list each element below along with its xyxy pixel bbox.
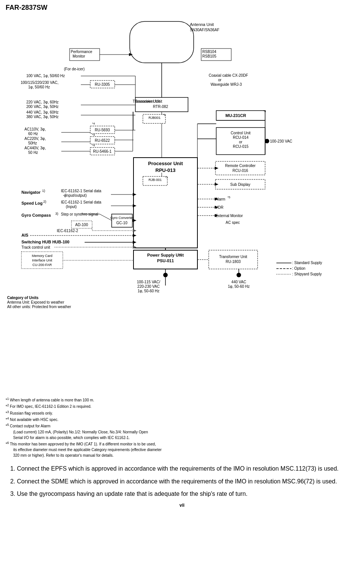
svg-text:: Standard Supply: : Standard Supply [292,261,322,265]
svg-text:440 VAC, 3φ, 60Hz: 440 VAC, 3φ, 60Hz [26,110,59,114]
svg-text:220 VAC, 3φ, 60Hz: 220 VAC, 3φ, 60Hz [26,100,59,104]
svg-text:(For de-icer): (For de-icer) [64,67,85,71]
svg-text:3): 3) [55,212,58,216]
svg-text:1φ, 50-60 Hz: 1φ, 50-60 Hz [138,289,159,293]
svg-text:Coaxial cable CX-20DF: Coaxial cable CX-20DF [209,73,248,77]
svg-text:Speed Log: Speed Log [21,201,42,205]
svg-text:1φ, 50-60 Hz: 1φ, 50-60 Hz [228,284,250,289]
svg-text:AC110V, 3φ,: AC110V, 3φ, [24,127,46,131]
svg-text:Track control unit: Track control unit [21,245,50,249]
svg-text:RJB-001: RJB-001 [149,178,162,182]
svg-text:SN30AF/SN36AF: SN30AF/SN36AF [190,28,219,32]
svg-text:AD-100: AD-100 [75,223,88,227]
svg-text:RU-5693: RU-5693 [95,128,110,132]
svg-text:*3: *3 [179,253,182,256]
svg-text:Switching HUB HUB-100: Switching HUB HUB-100 [21,240,70,244]
page-number: vii [6,503,358,508]
svg-text:100-115 VAC/: 100-115 VAC/ [137,280,160,284]
svg-text:RTR-082: RTR-082 [153,105,168,109]
svg-text:*1: *1 [165,176,168,179]
svg-text:2): 2) [43,200,46,204]
footnote-4: *4 Not available with HSC spec. [6,416,358,422]
svg-text:Antenna Unit: Exposed to weath: Antenna Unit: Exposed to weather [7,300,64,304]
svg-text:Gyro Compass: Gyro Compass [21,213,51,217]
footnote-5a: (Load current) 120 mA, (Polarity) No.1/2… [6,429,358,435]
svg-line-128 [100,214,112,220]
svg-text:*4: *4 [92,144,95,147]
svg-text:220-230 VAC: 220-230 VAC [137,284,159,289]
svg-text:1φ, 50/60 Hz: 1φ, 50/60 Hz [28,85,50,89]
footnote-5: *5 Contact output for Alarm [6,422,358,429]
svg-text:Interface  Unit: Interface Unit [32,258,52,262]
svg-text:Gyro Converter: Gyro Converter [110,216,133,220]
svg-text:RSB105: RSB105 [202,54,217,58]
svg-text:or: or [218,78,222,82]
page: FAR-2837SW Antenna Unit SN30AF/SN36AF RS… [0,0,364,588]
diagram-svg: Antenna Unit SN30AF/SN36AF RSB104 RSB105… [6,15,364,391]
svg-text:Processor Unit: Processor Unit [148,161,183,166]
svg-text:MU-231CR: MU-231CR [225,113,246,118]
svg-text:440 VAC: 440 VAC [231,280,246,284]
footnote-6a: its effective diameter must meet the app… [6,447,358,453]
svg-text:(Input/output): (Input/output) [64,193,86,198]
svg-text:IEC-61162-1 Serial data: IEC-61162-1 Serial data [61,189,102,193]
svg-text:RCU-015: RCU-015 [233,144,249,149]
svg-text:RCU-014: RCU-014 [233,135,249,140]
svg-text:External Monitor: External Monitor [215,214,243,218]
svg-text:RCU-016: RCU-016 [232,169,248,173]
svg-text:All other units: Protected fro: All other units: Protected from weather [7,305,71,309]
svg-text:RU-3305: RU-3305 [95,82,110,87]
svg-text:GC-10: GC-10 [116,221,127,225]
diagram-area: Antenna Unit SN30AF/SN36AF RSB104 RSB105… [6,15,364,391]
svg-text:Performance: Performance [71,50,93,54]
svg-text:AIS: AIS [21,233,28,237]
svg-text:RU-1803: RU-1803 [226,260,241,264]
svg-text:AC220V, 3φ,: AC220V, 3φ, [24,137,46,141]
svg-text:*5: *5 [228,196,231,199]
svg-text:*4: *4 [92,133,95,137]
svg-text:Sub Display: Sub Display [230,182,250,187]
svg-text:Monitor: Monitor [73,54,85,58]
svg-point-78 [265,139,269,143]
svg-rect-0 [130,21,194,63]
numbered-list: Connect the EPFS which is approved in ac… [6,464,358,499]
footnote-2: *2 For IMO spec, IEC-61162-1 Edition 2 i… [6,403,358,409]
svg-text:*4: *4 [92,122,95,125]
svg-text:RJB001: RJB001 [149,116,161,120]
numbered-item-2: Connect the SDME which is approved in ac… [17,477,358,486]
svg-text:Transformer Unit: Transformer Unit [219,255,247,259]
svg-text:Navigator: Navigator [21,190,41,194]
svg-text:RSB104: RSB104 [202,50,217,54]
svg-text:Control Unit: Control Unit [231,131,251,135]
svg-text:200 VAC, 3φ, 50Hz: 200 VAC, 3φ, 50Hz [26,105,59,109]
svg-text:IEC-61162-2: IEC-61162-2 [57,229,78,233]
svg-text:or: or [239,140,243,144]
svg-text:RPU-013: RPU-013 [155,167,175,173]
footnotes: *1 When length of antenna cable is more … [6,397,358,458]
svg-text:Remote Controller: Remote Controller [225,164,256,168]
svg-text:Transceiver Unit: Transceiver Unit [133,99,160,103]
svg-text:Waveguide WRJ-3: Waveguide WRJ-3 [211,82,242,87]
svg-text:AC440V, 3φ,: AC440V, 3φ, [24,146,46,150]
footnote-6b: 320 mm or higher). Refer to its operator… [6,453,358,458]
svg-text:RU-6522: RU-6522 [95,138,110,143]
svg-text:100 VAC, 1φ, 50/60 Hz: 100 VAC, 1φ, 50/60 Hz [26,74,65,78]
svg-text:: Shipyard Supply: : Shipyard Supply [292,272,322,276]
svg-text:AC spec: AC spec [226,220,240,225]
numbered-item-1: Connect the EPFS which is approved in ac… [17,464,358,474]
footnote-3: *3 Russian flag vessels only. [6,410,358,416]
svg-text:50 Hz: 50 Hz [28,150,38,155]
svg-text:Antenna Unit: Antenna Unit [190,22,214,27]
numbered-item-3: Use the gyrocompass having an update rat… [17,489,358,499]
svg-text:(Input): (Input) [66,205,77,209]
svg-text:380 VAC, 3φ, 50Hz: 380 VAC, 3φ, 50Hz [26,115,59,119]
svg-text:Memory Card: Memory Card [32,254,53,258]
svg-text:*1: *1 [163,113,166,117]
svg-text:Category of Units: Category of Units [7,296,39,300]
page-title: FAR-2837SW [6,4,358,12]
svg-text:: Option: : Option [292,266,305,270]
footnote-1: *1 When length of antenna cable is more … [6,397,358,403]
svg-text:RU-5466-1: RU-5466-1 [93,149,112,153]
svg-text:*6: *6 [263,109,266,113]
svg-text:100-230 VAC: 100-230 VAC [270,139,292,143]
